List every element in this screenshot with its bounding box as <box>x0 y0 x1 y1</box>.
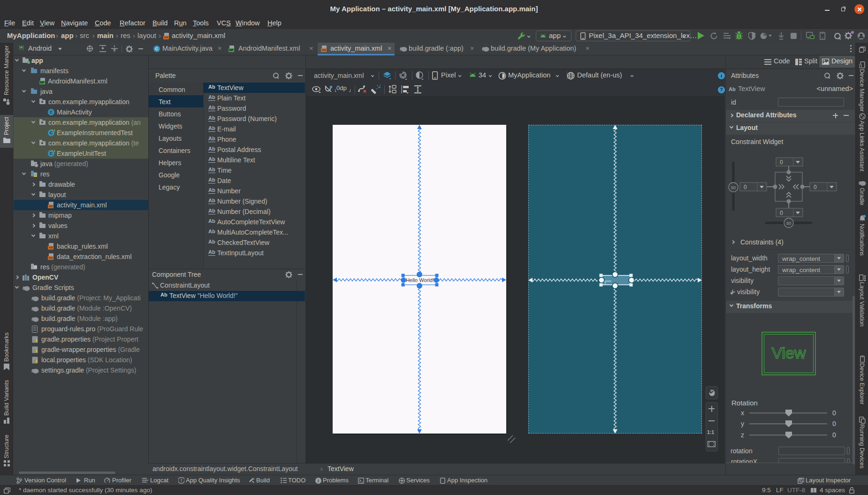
svg-text:Hello World!: Hello World! <box>406 277 434 283</box>
svg-text:0: 0 <box>780 210 783 216</box>
svg-text:50: 50 <box>731 185 736 190</box>
svg-text:0: 0 <box>832 409 836 417</box>
svg-text:y: y <box>741 420 744 427</box>
svg-text:View: View <box>771 344 806 362</box>
svg-text:x: x <box>741 409 744 417</box>
svg-text:50: 50 <box>786 221 791 226</box>
svg-text:0: 0 <box>780 159 783 166</box>
svg-text:0: 0 <box>832 420 836 427</box>
svg-text:z: z <box>741 431 744 439</box>
svg-text:0: 0 <box>814 184 817 190</box>
svg-text:0: 0 <box>744 184 747 190</box>
svg-text:0: 0 <box>832 431 836 439</box>
